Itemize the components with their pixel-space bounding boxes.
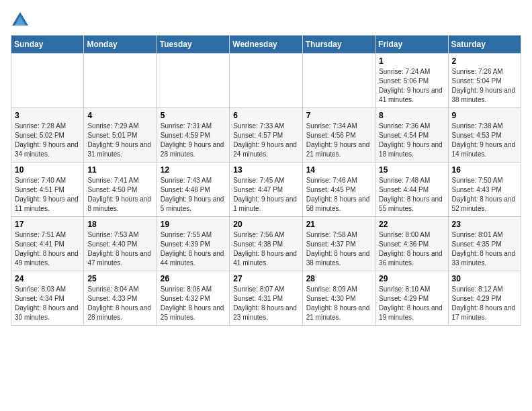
day-number: 13 bbox=[233, 165, 298, 175]
day-info: Sunrise: 7:36 AM Sunset: 4:54 PM Dayligh… bbox=[379, 122, 444, 159]
day-number: 12 bbox=[161, 165, 226, 175]
day-header-thursday: Thursday bbox=[302, 36, 375, 54]
day-info: Sunrise: 7:53 AM Sunset: 4:40 PM Dayligh… bbox=[87, 230, 152, 268]
day-cell: 21Sunrise: 7:58 AM Sunset: 4:37 PM Dayli… bbox=[302, 217, 375, 271]
day-cell: 16Sunrise: 7:50 AM Sunset: 4:43 PM Dayli… bbox=[448, 163, 521, 217]
day-cell: 22Sunrise: 8:00 AM Sunset: 4:36 PM Dayli… bbox=[375, 217, 448, 271]
week-row-5: 24Sunrise: 8:03 AM Sunset: 4:34 PM Dayli… bbox=[11, 271, 521, 326]
day-info: Sunrise: 7:24 AM Sunset: 5:06 PM Dayligh… bbox=[379, 67, 444, 105]
day-cell: 17Sunrise: 7:51 AM Sunset: 4:41 PM Dayli… bbox=[11, 217, 84, 271]
logo-icon bbox=[11, 11, 30, 30]
logo bbox=[11, 11, 32, 30]
day-cell: 14Sunrise: 7:46 AM Sunset: 4:45 PM Dayli… bbox=[302, 163, 375, 217]
page-header bbox=[11, 11, 521, 30]
day-info: Sunrise: 8:10 AM Sunset: 4:29 PM Dayligh… bbox=[379, 285, 444, 322]
day-cell: 20Sunrise: 7:56 AM Sunset: 4:38 PM Dayli… bbox=[230, 217, 302, 271]
day-info: Sunrise: 7:29 AM Sunset: 5:01 PM Dayligh… bbox=[87, 122, 152, 159]
day-info: Sunrise: 7:51 AM Sunset: 4:41 PM Dayligh… bbox=[15, 230, 80, 268]
day-cell: 30Sunrise: 8:12 AM Sunset: 4:29 PM Dayli… bbox=[448, 271, 521, 326]
day-cell bbox=[84, 54, 157, 108]
day-cell: 11Sunrise: 7:41 AM Sunset: 4:50 PM Dayli… bbox=[84, 163, 157, 217]
day-number: 6 bbox=[233, 111, 298, 120]
day-header-saturday: Saturday bbox=[448, 36, 521, 54]
day-info: Sunrise: 7:55 AM Sunset: 4:39 PM Dayligh… bbox=[161, 230, 226, 268]
calendar-header-row: SundayMondayTuesdayWednesdayThursdayFrid… bbox=[11, 36, 521, 54]
day-info: Sunrise: 8:04 AM Sunset: 4:33 PM Dayligh… bbox=[87, 285, 152, 322]
day-cell: 7Sunrise: 7:34 AM Sunset: 4:56 PM Daylig… bbox=[302, 108, 375, 163]
day-info: Sunrise: 8:00 AM Sunset: 4:36 PM Dayligh… bbox=[379, 230, 444, 268]
day-number: 25 bbox=[87, 274, 152, 283]
day-number: 29 bbox=[379, 274, 444, 283]
day-cell bbox=[157, 54, 229, 108]
day-number: 5 bbox=[161, 111, 226, 120]
day-info: Sunrise: 8:01 AM Sunset: 4:35 PM Dayligh… bbox=[452, 230, 517, 268]
day-cell: 23Sunrise: 8:01 AM Sunset: 4:35 PM Dayli… bbox=[448, 217, 521, 271]
day-cell: 26Sunrise: 8:06 AM Sunset: 4:32 PM Dayli… bbox=[157, 271, 229, 326]
day-cell: 24Sunrise: 8:03 AM Sunset: 4:34 PM Dayli… bbox=[11, 271, 84, 326]
day-cell: 28Sunrise: 8:09 AM Sunset: 4:30 PM Dayli… bbox=[302, 271, 375, 326]
day-info: Sunrise: 8:03 AM Sunset: 4:34 PM Dayligh… bbox=[15, 285, 80, 322]
day-cell bbox=[230, 54, 302, 108]
day-number: 1 bbox=[379, 56, 444, 66]
calendar: SundayMondayTuesdayWednesdayThursdayFrid… bbox=[11, 35, 521, 326]
day-cell: 18Sunrise: 7:53 AM Sunset: 4:40 PM Dayli… bbox=[84, 217, 157, 271]
day-info: Sunrise: 7:50 AM Sunset: 4:43 PM Dayligh… bbox=[452, 176, 517, 214]
day-cell: 25Sunrise: 8:04 AM Sunset: 4:33 PM Dayli… bbox=[84, 271, 157, 326]
day-info: Sunrise: 7:40 AM Sunset: 4:51 PM Dayligh… bbox=[15, 176, 80, 214]
day-info: Sunrise: 7:38 AM Sunset: 4:53 PM Dayligh… bbox=[452, 122, 517, 159]
day-info: Sunrise: 7:41 AM Sunset: 4:50 PM Dayligh… bbox=[87, 176, 152, 214]
day-info: Sunrise: 7:56 AM Sunset: 4:38 PM Dayligh… bbox=[233, 230, 298, 268]
day-number: 2 bbox=[452, 56, 517, 66]
day-header-wednesday: Wednesday bbox=[230, 36, 302, 54]
day-number: 3 bbox=[15, 111, 80, 120]
day-number: 8 bbox=[379, 111, 444, 120]
day-info: Sunrise: 8:09 AM Sunset: 4:30 PM Dayligh… bbox=[306, 285, 371, 322]
day-cell: 4Sunrise: 7:29 AM Sunset: 5:01 PM Daylig… bbox=[84, 108, 157, 163]
day-info: Sunrise: 7:34 AM Sunset: 4:56 PM Dayligh… bbox=[306, 122, 371, 159]
day-number: 20 bbox=[233, 220, 298, 229]
day-cell: 19Sunrise: 7:55 AM Sunset: 4:39 PM Dayli… bbox=[157, 217, 229, 271]
day-info: Sunrise: 7:26 AM Sunset: 5:04 PM Dayligh… bbox=[452, 67, 517, 105]
day-cell bbox=[11, 54, 84, 108]
week-row-3: 10Sunrise: 7:40 AM Sunset: 4:51 PM Dayli… bbox=[11, 163, 521, 217]
day-number: 19 bbox=[161, 220, 226, 229]
day-cell: 5Sunrise: 7:31 AM Sunset: 4:59 PM Daylig… bbox=[157, 108, 229, 163]
day-number: 9 bbox=[452, 111, 517, 120]
day-info: Sunrise: 7:28 AM Sunset: 5:02 PM Dayligh… bbox=[15, 122, 80, 159]
day-number: 11 bbox=[87, 165, 152, 175]
day-number: 21 bbox=[306, 220, 371, 229]
day-number: 23 bbox=[452, 220, 517, 229]
day-info: Sunrise: 7:46 AM Sunset: 4:45 PM Dayligh… bbox=[306, 176, 371, 214]
day-cell: 13Sunrise: 7:45 AM Sunset: 4:47 PM Dayli… bbox=[230, 163, 302, 217]
day-cell: 10Sunrise: 7:40 AM Sunset: 4:51 PM Dayli… bbox=[11, 163, 84, 217]
day-info: Sunrise: 8:07 AM Sunset: 4:31 PM Dayligh… bbox=[233, 285, 298, 322]
day-header-tuesday: Tuesday bbox=[157, 36, 229, 54]
day-number: 18 bbox=[87, 220, 152, 229]
day-number: 14 bbox=[306, 165, 371, 175]
day-number: 17 bbox=[15, 220, 80, 229]
day-info: Sunrise: 7:48 AM Sunset: 4:44 PM Dayligh… bbox=[379, 176, 444, 214]
day-header-friday: Friday bbox=[375, 36, 448, 54]
day-number: 22 bbox=[379, 220, 444, 229]
day-info: Sunrise: 8:12 AM Sunset: 4:29 PM Dayligh… bbox=[452, 285, 517, 322]
day-number: 24 bbox=[15, 274, 80, 283]
day-number: 10 bbox=[15, 165, 80, 175]
day-cell: 2Sunrise: 7:26 AM Sunset: 5:04 PM Daylig… bbox=[448, 54, 521, 108]
day-header-sunday: Sunday bbox=[11, 36, 84, 54]
day-info: Sunrise: 7:31 AM Sunset: 4:59 PM Dayligh… bbox=[161, 122, 226, 159]
day-number: 28 bbox=[306, 274, 371, 283]
day-info: Sunrise: 7:43 AM Sunset: 4:48 PM Dayligh… bbox=[161, 176, 226, 214]
day-number: 7 bbox=[306, 111, 371, 120]
day-number: 27 bbox=[233, 274, 298, 283]
day-number: 4 bbox=[87, 111, 152, 120]
day-cell: 29Sunrise: 8:10 AM Sunset: 4:29 PM Dayli… bbox=[375, 271, 448, 326]
day-info: Sunrise: 7:33 AM Sunset: 4:57 PM Dayligh… bbox=[233, 122, 298, 159]
day-cell bbox=[302, 54, 375, 108]
day-number: 16 bbox=[452, 165, 517, 175]
day-cell: 8Sunrise: 7:36 AM Sunset: 4:54 PM Daylig… bbox=[375, 108, 448, 163]
week-row-2: 3Sunrise: 7:28 AM Sunset: 5:02 PM Daylig… bbox=[11, 108, 521, 163]
week-row-4: 17Sunrise: 7:51 AM Sunset: 4:41 PM Dayli… bbox=[11, 217, 521, 271]
day-number: 30 bbox=[452, 274, 517, 283]
day-number: 26 bbox=[161, 274, 226, 283]
day-cell: 12Sunrise: 7:43 AM Sunset: 4:48 PM Dayli… bbox=[157, 163, 229, 217]
